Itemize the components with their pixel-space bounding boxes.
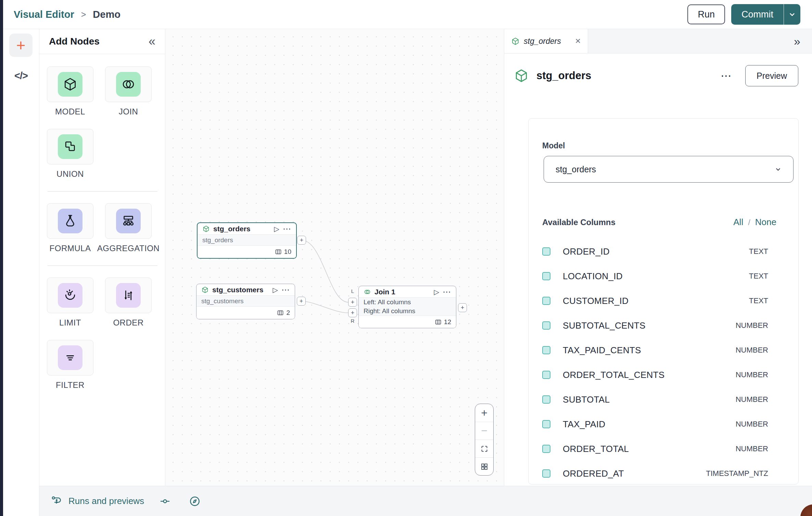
palette-item-formula[interactable]: FORMULA	[47, 203, 93, 253]
add-nodes-header: Add Nodes «	[39, 29, 165, 54]
join-right-input-handle[interactable]: +	[348, 308, 357, 317]
chevron-down-icon	[788, 10, 797, 19]
canvas-node-stg-customers[interactable]: stg_customers ▷ ⋯ stg_customers 2	[196, 284, 295, 319]
canvas-zoom-controls: + −	[475, 404, 494, 476]
column-type: TEXT	[749, 296, 768, 305]
column-checkbox[interactable]	[542, 272, 550, 280]
palette-label: LIMIT	[59, 318, 81, 328]
column-row: CUSTOMER_ID TEXT	[542, 288, 798, 313]
palette-item-model[interactable]: MODEL	[47, 66, 93, 116]
breadcrumb-current: Demo	[93, 9, 120, 20]
collapse-panel-icon[interactable]: «	[149, 35, 155, 48]
canvas-node-join-1[interactable]: Join 1 ▷ ⋯ Left: All columns Right: All …	[358, 286, 456, 328]
node-subtitle: stg_customers	[201, 297, 290, 305]
explore-compass-button[interactable]	[189, 495, 201, 507]
play-icon[interactable]: ▷	[274, 225, 279, 233]
zoom-out-icon: −	[481, 425, 487, 437]
zoom-in-button[interactable]: +	[475, 404, 493, 422]
left-rail: + </>	[3, 29, 39, 516]
column-checkbox[interactable]	[542, 371, 550, 379]
palette-item-order[interactable]: ORDER	[105, 278, 152, 328]
join-output-handle[interactable]: +	[458, 303, 467, 312]
commit-split-button: Commit	[731, 4, 800, 25]
column-checkbox[interactable]	[542, 346, 550, 354]
column-checkbox[interactable]	[542, 420, 550, 428]
columns-icon	[275, 249, 281, 255]
join-icon	[121, 77, 136, 92]
fit-view-icon	[480, 445, 489, 453]
cube-icon	[201, 286, 209, 294]
column-checkbox[interactable]	[542, 247, 550, 256]
preview-button[interactable]: Preview	[745, 65, 798, 86]
select-all-link[interactable]: All	[733, 217, 743, 228]
play-icon[interactable]: ▷	[273, 286, 278, 294]
expand-panel-icon[interactable]: »	[794, 35, 800, 48]
more-icon[interactable]: ⋯	[443, 287, 451, 297]
close-icon[interactable]: ✕	[575, 37, 581, 45]
palette-label: UNION	[56, 169, 84, 179]
output-handle-stg-orders[interactable]: +	[297, 236, 306, 245]
canvas-node-stg-orders[interactable]: stg_orders ▷ ⋯ stg_orders 10	[197, 222, 297, 259]
more-icon[interactable]: ⋯	[283, 224, 291, 234]
palette-item-union[interactable]: UNION	[47, 129, 93, 179]
more-icon[interactable]: ⋯	[721, 69, 732, 82]
breadcrumb-visual-editor[interactable]: Visual Editor	[14, 9, 74, 20]
pipeline-canvas[interactable]: stg_orders ▷ ⋯ stg_orders 10 stg_custome…	[165, 29, 504, 486]
columns-icon	[277, 310, 283, 316]
fit-view-button[interactable]	[475, 440, 493, 457]
column-name: ORDER_TOTAL	[563, 444, 629, 454]
more-icon[interactable]: ⋯	[281, 285, 290, 295]
column-checkbox[interactable]	[542, 469, 550, 478]
column-name: TAX_PAID_CENTS	[563, 345, 641, 356]
add-node-rail-button[interactable]: +	[9, 34, 33, 57]
palette-item-filter[interactable]: FILTER	[47, 340, 93, 390]
grid-icon	[480, 463, 489, 471]
node-subtitle: stg_orders	[202, 236, 291, 244]
model-select[interactable]: stg_orders	[544, 156, 794, 183]
column-checkbox[interactable]	[542, 321, 550, 330]
palette-item-join[interactable]: JOIN	[105, 66, 152, 116]
palette-item-aggregation[interactable]: AGGREGATION	[105, 203, 152, 253]
cube-icon	[511, 37, 520, 46]
node-title: stg_orders	[213, 225, 251, 233]
column-row: ORDER_TOTAL NUMBER	[542, 437, 798, 461]
column-type: TEXT	[749, 247, 768, 256]
runs-and-previews-button[interactable]: Runs and previews	[51, 495, 144, 507]
palette-item-limit[interactable]: LIMIT	[47, 278, 93, 328]
auto-layout-button[interactable]	[475, 457, 493, 475]
select-none-link[interactable]: None	[755, 217, 776, 228]
node-config-panel: stg_orders ✕ » stg_orders ⋯ Preview Mode…	[504, 29, 812, 486]
commit-dropdown-button[interactable]	[784, 4, 800, 25]
join-left-input-handle[interactable]: +	[348, 298, 357, 307]
visual-editor-app: Visual Editor > Demo Run Commit + </> Ad	[0, 0, 812, 516]
window-edge-strip	[0, 0, 3, 516]
chevron-down-icon	[773, 164, 783, 174]
column-name: CUSTOMER_ID	[563, 296, 629, 306]
plus-handle-icon: +	[351, 309, 355, 317]
column-type: NUMBER	[736, 395, 768, 404]
column-checkbox[interactable]	[542, 445, 550, 453]
play-icon[interactable]: ▷	[434, 288, 439, 296]
output-handle-stg-customers[interactable]: +	[297, 297, 306, 306]
palette-label: ORDER	[113, 318, 143, 328]
palette-label: MODEL	[55, 107, 85, 116]
plus-handle-icon: +	[351, 299, 355, 306]
column-checkbox[interactable]	[542, 395, 550, 404]
column-type: NUMBER	[736, 321, 768, 330]
slider-icon	[159, 495, 171, 507]
commit-button[interactable]: Commit	[731, 4, 784, 25]
code-view-button[interactable]: </>	[3, 70, 39, 82]
column-row: TAX_PAID NUMBER	[542, 412, 798, 437]
zoom-out-button[interactable]: −	[475, 422, 493, 440]
tab-stg-orders[interactable]: stg_orders ✕	[504, 29, 588, 53]
available-columns-title: Available Columns	[542, 218, 616, 227]
add-nodes-panel: Add Nodes « MODEL JOIN	[39, 29, 165, 486]
column-name: LOCATION_ID	[563, 271, 623, 282]
column-checkbox[interactable]	[542, 297, 550, 305]
compass-icon	[189, 495, 201, 507]
commit-slider-button[interactable]	[159, 495, 171, 507]
run-button[interactable]: Run	[687, 4, 725, 24]
model-field-label: Model	[542, 141, 798, 150]
filter-icon	[63, 350, 78, 365]
all-none-divider: /	[748, 218, 750, 227]
